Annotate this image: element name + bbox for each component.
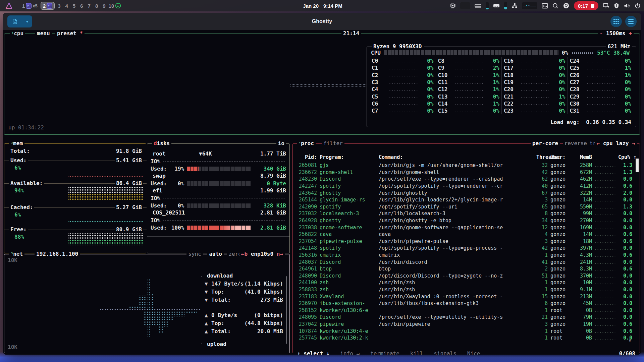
auto-button[interactable]: auto — [207, 251, 224, 257]
interface-switcher[interactable]: ←b enp10s0 n→ — [239, 251, 285, 257]
ram-icon[interactable] — [475, 3, 481, 8]
disks-title[interactable]: disks — [152, 140, 171, 147]
process-row[interactable]: 237032 localsearch-3 /usr/lib/localsearc… — [293, 210, 635, 217]
process-row[interactable]: 237042 pipewire /usr/bin/pipewire 3 gonz… — [293, 321, 635, 328]
process-row[interactable]: 264961 btop btop 2 gonzo 8.3M 0.6 — [293, 265, 635, 273]
network-tree-icon[interactable] — [512, 3, 518, 9]
screenshot-image-icon[interactable] — [542, 3, 548, 9]
workspace-1[interactable]: 1 >_ x5 — [22, 3, 38, 9]
process-row[interactable]: 242148 spotify /opt/spotify/spotify --ty… — [293, 245, 635, 252]
process-row[interactable]: 258152 kworker/u130:6-e 1 root 0B 0.0 — [293, 307, 635, 314]
filter-button[interactable]: filter — [322, 140, 344, 147]
col-user[interactable]: User: — [550, 154, 572, 160]
process-threads: 41 — [536, 259, 548, 265]
menu-button[interactable]: menu — [35, 30, 52, 37]
cpu-widget-panel[interactable] — [460, 2, 470, 9]
process-row[interactable]: 248090 Discord /opt/discord/Discord --ty… — [293, 273, 635, 280]
clock[interactable]: Jan 20 9:14 PM — [303, 3, 342, 9]
preset-button[interactable]: preset * — [55, 30, 85, 37]
process-pid: 248037 — [297, 259, 317, 265]
power-icon[interactable] — [635, 3, 641, 9]
kill-button[interactable]: kill — [409, 350, 425, 355]
io-mode-button[interactable]: io — [276, 140, 286, 147]
col-memb[interactable]: MemB — [575, 154, 592, 160]
prev-sort-button[interactable]: ← — [596, 140, 600, 146]
tab-net[interactable]: ³net — [9, 251, 24, 257]
workspace-number[interactable]: 8 — [95, 3, 98, 9]
process-row[interactable]: 258833 zsh /usr/bin/zsh 1 gonzo 9.1M 0.0 — [293, 286, 635, 293]
per-core-toggle[interactable]: per-core — [531, 140, 560, 147]
process-row[interactable]: 248037 Discord /usr/bin/discord 41 gonzo… — [293, 258, 635, 265]
next-sort-button[interactable]: → — [632, 140, 635, 146]
process-row[interactable]: 248095 Discord /proc/self/exe --type=uti… — [293, 314, 635, 321]
process-row[interactable]: 265081 gjs /usr/bin/gjs -m /usr/share/gn… — [293, 162, 635, 169]
process-row[interactable]: 242247 spotify /opt/spotify/spotify --ty… — [293, 183, 635, 190]
camera-indicator-icon[interactable] — [563, 2, 570, 9]
sync-button[interactable]: sync — [186, 251, 203, 257]
process-row[interactable]: 256316 cmatrix cmatrix 1 gonzo 4.3M 0.6 — [293, 252, 635, 259]
process-row[interactable]: 244100 zsh /usr/bin/zsh 1 gonzo 10M 0.0 — [293, 279, 635, 286]
main-menu-button[interactable] — [625, 16, 637, 27]
workspace-number[interactable]: 9 — [103, 3, 105, 9]
workspace-number[interactable]: 4 — [65, 3, 68, 9]
workspace-number[interactable]: 5 — [73, 3, 75, 9]
process-mem: 550M — [575, 204, 592, 210]
shield-icon[interactable] — [614, 3, 619, 9]
col-pid[interactable]: Pid: — [297, 154, 317, 160]
tab-cpu[interactable]: ¹cpu — [10, 30, 25, 37]
process-row[interactable]: 236672 gnome-shell /usr/bin/gnome-shell … — [293, 169, 635, 176]
terminate-button[interactable]: terminate — [369, 350, 401, 355]
rate-decrease-button[interactable]: - — [600, 30, 603, 37]
col-command[interactable]: Command: — [379, 154, 534, 160]
workspace-2-active[interactable]: 2 >_ — [41, 2, 55, 10]
reverse-toggle[interactable]: reverse — [563, 140, 589, 147]
volume-icon[interactable] — [624, 3, 630, 9]
col-program[interactable]: Program: — [320, 154, 376, 160]
workspace-number[interactable]: 6 — [80, 3, 83, 9]
process-threads: 21 — [536, 314, 548, 320]
distro-logo-icon[interactable] — [5, 2, 13, 9]
process-row[interactable]: 257745 kworker/u130:2-k 1 root 0B 0.0 — [293, 335, 635, 342]
next-interface-button[interactable]: n→ — [277, 251, 283, 257]
signals-button[interactable]: signals — [432, 350, 458, 355]
cpu-chip-icon[interactable] — [450, 3, 456, 9]
tab-proc[interactable]: ⁴proc — [297, 140, 316, 147]
new-tab-dropdown-button[interactable]: ▼ — [22, 15, 32, 27]
screen-recording-indicator[interactable]: 0:17 — [574, 1, 598, 10]
col-cpu[interactable]: Cpu% ↑ — [618, 154, 632, 160]
workspace-number[interactable]: 3 — [58, 3, 60, 9]
info-button[interactable]: info ↵ — [338, 350, 361, 355]
process-row[interactable]: 248230 Discord /proc/self/exe --type=ren… — [293, 176, 635, 183]
window-titlebar[interactable]: Ghostty ▼ — [3, 13, 641, 30]
process-row[interactable]: 256822 cava cava 4 gonzo 14M 0.6 — [293, 231, 635, 238]
process-row[interactable]: 265144 glycin-image-rs /usr/lib/glycin-l… — [293, 196, 635, 203]
tab-mem[interactable]: ²mem — [9, 140, 24, 147]
screen-share-icon[interactable] — [603, 3, 609, 9]
cpu-detail-panel: Ryzen 9 9950X3D 621 MHz CPU 0% 53°C 38.4… — [367, 47, 636, 127]
select-control[interactable]: ↑ select ↓ — [296, 350, 331, 355]
workspace-10[interactable]: 10 — [109, 3, 121, 9]
process-row[interactable]: 264928 ghostty /usr/bin/ghostty -e btop … — [293, 217, 635, 224]
process-row[interactable]: 237038 gnome-software /usr/bin/gnome-sof… — [293, 224, 635, 231]
tab-overview-button[interactable] — [610, 16, 622, 27]
nice-button[interactable]: Nice — [466, 350, 482, 355]
workspace-number[interactable]: 7 — [88, 3, 91, 9]
process-row[interactable]: 236970 ibus-extension- /usr/lib/ibus/ibu… — [293, 300, 635, 307]
process-row[interactable]: 237183 Xwayland /usr/bin/Xwayland :0 -ro… — [293, 293, 635, 300]
process-row[interactable]: 243642 ghostty /usr/bin/ghostty 67 gonzo… — [293, 189, 635, 196]
process-row[interactable]: 237054 pipewire-pulse /usr/bin/pipewire-… — [293, 238, 635, 245]
disk-icon[interactable] — [493, 3, 500, 8]
process-command: /usr/bin/gnome-shell — [379, 169, 534, 175]
scroll-more-arrow[interactable]: ↓ — [628, 337, 632, 343]
process-scrollbar[interactable] — [636, 159, 639, 172]
sort-column-switcher[interactable]: ← cpu lazy → — [595, 140, 637, 147]
new-tab-button[interactable] — [7, 15, 22, 27]
rate-increase-button[interactable]: + — [629, 30, 632, 37]
network-graph-widget[interactable] — [522, 2, 537, 9]
process-row[interactable]: 242090 spotify /opt/spotify/spotify --ur… — [293, 203, 635, 210]
search-icon[interactable] — [552, 3, 558, 9]
refresh-rate-control[interactable]: - 1500ms + — [598, 30, 634, 37]
prev-interface-button[interactable]: ←b — [241, 251, 248, 257]
process-row[interactable]: 107874 kworker/u130:4-e 1 root 0B 0.6 — [293, 327, 635, 335]
col-threads[interactable]: Threads: — [536, 154, 548, 160]
